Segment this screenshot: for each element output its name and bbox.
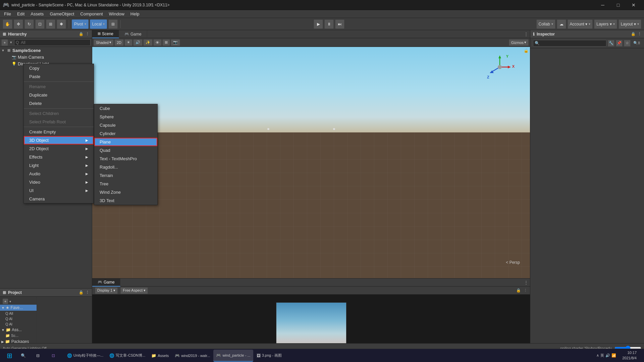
ctx-audio-arrow: ▶ — [86, 172, 88, 176]
ctx-video-arrow: ▶ — [86, 180, 88, 184]
ctx-effects[interactable]: Effects ▶ — [24, 153, 94, 161]
ctx-2d-object[interactable]: 2D Object ▶ — [24, 144, 94, 153]
context-menu: Copy Paste Rename Duplicate Delete Selec… — [23, 64, 94, 203]
ctx-sep-3 — [24, 127, 94, 127]
ctx-create-empty[interactable]: Create Empty — [24, 128, 94, 136]
sub-sphere[interactable]: Sphere — [94, 113, 157, 121]
sub-cube[interactable]: Cube — [94, 104, 157, 113]
sub-wind-zone[interactable]: Wind Zone — [94, 188, 157, 196]
sub-capsule[interactable]: Capsule — [94, 121, 157, 129]
ctx-camera[interactable]: Camera — [24, 195, 94, 203]
ctx-light-arrow: ▶ — [86, 164, 88, 167]
context-menu-overlay: Copy Paste Rename Duplicate Delete Selec… — [0, 0, 644, 362]
ctx-3d-object[interactable]: 3D Object ▶ — [24, 136, 94, 144]
ctx-video-label: Video — [29, 180, 40, 185]
ctx-duplicate[interactable]: Duplicate — [24, 91, 94, 99]
ctx-3d-object-label: 3D Object — [29, 138, 49, 143]
ctx-2d-object-arrow: ▶ — [86, 147, 88, 150]
sub-tree[interactable]: Tree — [94, 180, 157, 188]
ctx-light[interactable]: Light ▶ — [24, 161, 94, 170]
ctx-sep-2 — [24, 108, 94, 109]
app-container: 🎮 wind_particle - SampleScene - PC, Mac … — [0, 0, 644, 362]
ctx-rename: Rename — [24, 82, 94, 91]
ctx-select-children: Select Children — [24, 109, 94, 118]
ctx-select-prefab-root: Select Prefab Root — [24, 118, 94, 126]
ctx-3d-object-arrow: ▶ — [86, 138, 88, 142]
ctx-effects-arrow: ▶ — [86, 155, 88, 159]
ctx-paste[interactable]: Paste — [24, 72, 94, 81]
sub-3d-text[interactable]: 3D Text — [94, 196, 157, 205]
sub-text-mesh-pro[interactable]: Text - TextMeshPro — [94, 155, 157, 163]
ctx-effects-label: Effects — [29, 155, 43, 160]
sub-quad[interactable]: Quad — [94, 146, 157, 155]
ctx-light-label: Light — [29, 163, 39, 168]
ctx-audio[interactable]: Audio ▶ — [24, 170, 94, 178]
ctx-ui-arrow: ▶ — [86, 189, 88, 192]
sub-ragdoll[interactable]: Ragdoll... — [94, 163, 157, 171]
ctx-audio-label: Audio — [29, 171, 40, 176]
ctx-copy[interactable]: Copy — [24, 64, 94, 72]
ctx-delete[interactable]: Delete — [24, 99, 94, 108]
sub-cylinder[interactable]: Cylinder — [94, 129, 157, 138]
ctx-ui-label: UI — [29, 188, 34, 193]
ctx-ui[interactable]: UI ▶ — [24, 186, 94, 195]
ctx-2d-object-label: 2D Object — [29, 146, 49, 151]
ctx-video[interactable]: Video ▶ — [24, 178, 94, 186]
submenu-3d-object: Cube Sphere Capsule Cylinder Plane Quad … — [94, 104, 158, 205]
sub-terrain[interactable]: Terrain — [94, 171, 157, 180]
sub-plane[interactable]: Plane — [94, 138, 157, 146]
ctx-sep-1 — [24, 81, 94, 82]
